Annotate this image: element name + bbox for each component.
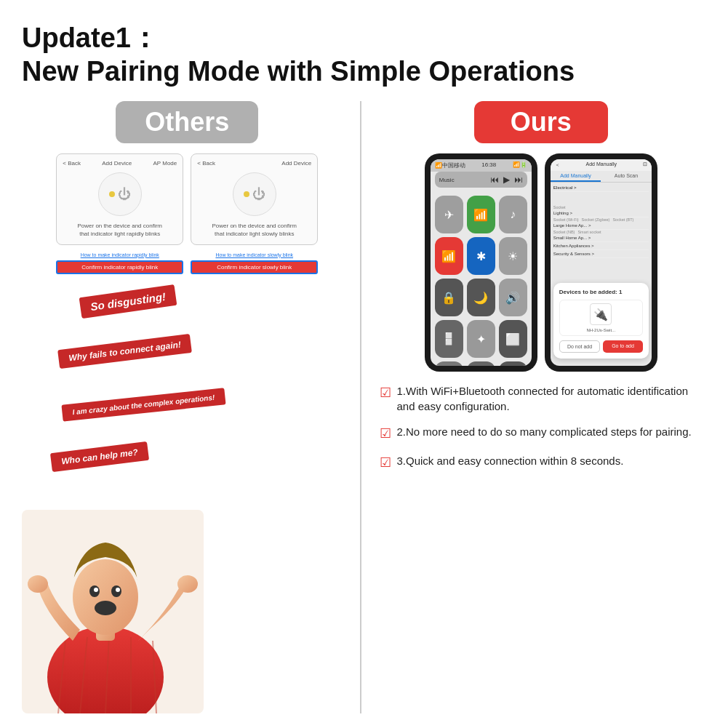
calc-btn[interactable]: 🔢 bbox=[499, 361, 527, 366]
power-icon-2: ⏻ bbox=[252, 187, 265, 202]
screen1-nav1: < Back bbox=[63, 160, 81, 167]
subcat-socket-bt[interactable]: Socket (BT) bbox=[612, 217, 633, 222]
extra-btn[interactable]: ⬜ bbox=[499, 320, 527, 358]
screen2-nav1: < Back bbox=[197, 160, 215, 167]
svg-point-8 bbox=[73, 559, 138, 635]
page: Update1： New Pairing Mode with Simple Op… bbox=[0, 0, 728, 728]
am-list: Electrical > Socket Lighting > Socket (W… bbox=[551, 183, 652, 260]
screen1-nav2: Add Device bbox=[102, 160, 132, 167]
subcat-smart-socket[interactable]: Smart socket bbox=[577, 230, 601, 234]
content-area: Others < Back Add Device AP Mode ⏻ Power… bbox=[22, 101, 706, 713]
btn-row: How to make indicator rapidly blink Conf… bbox=[22, 252, 353, 274]
am-cat-security[interactable]: Security & Sensors > bbox=[553, 250, 649, 258]
phone2-screen: ＜ Add Manually ⊡ Add Manually Auto Scan … bbox=[551, 159, 652, 366]
popup-device-name: 🔌 NH-2Us-Swit... bbox=[559, 300, 643, 336]
am-cat-small[interactable]: Small Home Ap... > bbox=[553, 234, 649, 242]
screen2-btn[interactable]: Confirm indicator slowly blink bbox=[191, 260, 318, 274]
am-status-bar: ＜ Add Manually ⊡ bbox=[551, 159, 652, 171]
am-scan-icon[interactable]: ⊡ bbox=[643, 161, 647, 169]
phone-control-center: 📶中国移动 16:38 📶🔋 Music ⏮ ▶ ⏭ bbox=[425, 153, 537, 372]
left-side: Others < Back Add Device AP Mode ⏻ Power… bbox=[22, 101, 353, 713]
brightness-btn[interactable]: ☀ bbox=[499, 237, 527, 275]
torch-btn[interactable]: 🔦 bbox=[435, 361, 463, 366]
device-circle-1: ⏻ bbox=[98, 172, 142, 216]
popup-device-icon: 🔌 bbox=[590, 303, 612, 325]
features-list: ☑ 1.With WiFi+Bluetooth connected for au… bbox=[376, 383, 707, 482]
popup-device-label: NH-2Us-Swit... bbox=[586, 328, 615, 332]
screen2-bottom: How to make indicator slowly blink Confi… bbox=[191, 252, 318, 274]
subcat-socket-wifi[interactable]: Socket (Wi-Fi) bbox=[553, 217, 579, 222]
am-tabs: Add Manually Auto Scan bbox=[551, 171, 652, 183]
svg-point-9 bbox=[95, 601, 116, 615]
screen2-caption: Power on the device and confirmthat indi… bbox=[197, 222, 311, 238]
frustrated-area: So disgusting! Why fails to connect agai… bbox=[22, 280, 353, 713]
feature-text-1: 1.With WiFi+Bluetooth connected for auto… bbox=[397, 383, 707, 414]
screen2-link[interactable]: How to make indicator slowly blink bbox=[191, 252, 318, 257]
title-text-2: New Pairing Mode with Simple Operations bbox=[22, 56, 575, 87]
am-cat-lighting[interactable]: Lighting > bbox=[553, 209, 649, 217]
cc-grid: ✈ 📶 ♪ 📶 ✱ ☀ 🔒 🌙 🔊 ⬜⬜ ✦ ⬜ 🔦 bbox=[431, 191, 532, 366]
cc-time: 📶中国移动 bbox=[435, 161, 465, 169]
popup-yes-btn[interactable]: Go to add bbox=[603, 340, 643, 353]
ours-label: Ours bbox=[474, 101, 608, 143]
check-icon-1: ☑ bbox=[380, 384, 391, 402]
screen1-link[interactable]: How to make indicator rapidly blink bbox=[56, 252, 183, 257]
header: Update1： New Pairing Mode with Simple Op… bbox=[22, 22, 706, 88]
subcat-socket-nb[interactable]: Socket (NB) bbox=[553, 230, 575, 234]
airplane-btn[interactable]: ✈ bbox=[435, 196, 463, 233]
popup-add-device: Devices to be added: 1 🔌 NH-2Us-Swit... … bbox=[553, 283, 649, 359]
wifi-btn[interactable]: 📶 bbox=[467, 196, 495, 233]
music-controls: ⏮ ▶ ⏭ bbox=[490, 175, 523, 185]
am-cat-electrical: Electrical > bbox=[553, 184, 649, 192]
music-label: Music bbox=[439, 177, 455, 183]
svg-point-13 bbox=[116, 588, 120, 592]
screen1-header: < Back Add Device AP Mode bbox=[63, 160, 177, 167]
woman-image bbox=[22, 510, 204, 713]
svg-point-12 bbox=[94, 588, 98, 592]
volume-btn[interactable]: 🔊 bbox=[499, 279, 527, 316]
dot-yellow-1 bbox=[109, 191, 115, 197]
am-cat-kitchen[interactable]: Kitchen Appliances > bbox=[553, 242, 649, 250]
bubble3: I am crazy about the complex operations! bbox=[61, 388, 225, 421]
am-back[interactable]: ＜ bbox=[555, 161, 560, 169]
check-icon-2: ☑ bbox=[380, 425, 391, 443]
bluetooth-btn[interactable]: ✱ bbox=[467, 237, 495, 275]
screen2-nav2: Add Device bbox=[281, 160, 311, 167]
moon-btn[interactable]: 🌙 bbox=[467, 279, 495, 316]
vertical-divider bbox=[360, 101, 361, 713]
am-title: Add Manually bbox=[586, 161, 617, 169]
prev-icon[interactable]: ⏮ bbox=[490, 175, 499, 185]
brightness2-btn[interactable]: ✦ bbox=[467, 320, 495, 358]
others-label: Others bbox=[116, 101, 258, 143]
music-icon-btn[interactable]: ♪ bbox=[499, 196, 527, 233]
tab-add-manually[interactable]: Add Manually bbox=[551, 171, 601, 182]
screen-box-2: < Back Add Device ⏻ Power on the device … bbox=[191, 153, 318, 244]
svg-point-14 bbox=[28, 575, 48, 593]
next-icon[interactable]: ⏭ bbox=[514, 175, 523, 185]
screen1-caption: Power on the device and confirmthat indi… bbox=[63, 222, 177, 238]
play-icon[interactable]: ▶ bbox=[503, 175, 510, 185]
subcat-socket-zigbee[interactable]: Socket (Zigbee) bbox=[582, 217, 610, 222]
screen-box-1: < Back Add Device AP Mode ⏻ Power on the… bbox=[56, 153, 183, 244]
power-icon-1: ⏻ bbox=[118, 187, 131, 202]
popup-no-btn[interactable]: Do not add bbox=[559, 340, 601, 353]
popup-title: Devices to be added: 1 bbox=[559, 289, 643, 295]
tab-auto-scan[interactable]: Auto Scan bbox=[601, 171, 652, 182]
am-cat-large[interactable]: Large Home Ap... > bbox=[553, 222, 649, 230]
lock-btn[interactable]: 🔒 bbox=[435, 279, 463, 316]
subcat-socket[interactable]: Socket bbox=[553, 205, 566, 209]
screen-mirror-btn[interactable]: ⬜⬜ bbox=[435, 320, 463, 358]
feature-2: ☑ 2.No more need to do so many complicat… bbox=[380, 424, 707, 443]
screen2-header: < Back Add Device bbox=[197, 160, 311, 167]
screen1-bottom: How to make indicator rapidly blink Conf… bbox=[56, 252, 183, 274]
screen1-btn[interactable]: Confirm indicator rapidly blink bbox=[56, 260, 183, 274]
wifi-btn2[interactable]: 📶 bbox=[435, 237, 463, 275]
popup-buttons: Do not add Go to add bbox=[559, 340, 643, 353]
phone1-screen: 📶中国移动 16:38 📶🔋 Music ⏮ ▶ ⏭ bbox=[431, 159, 532, 366]
others-screens: < Back Add Device AP Mode ⏻ Power on the… bbox=[22, 153, 353, 244]
bubble2: Why fails to connect again! bbox=[57, 333, 192, 368]
feature-text-2: 2.No more need to do so many complicated… bbox=[397, 424, 692, 439]
timer-btn[interactable]: ⏱ bbox=[467, 361, 495, 366]
dot-yellow-2 bbox=[244, 191, 249, 197]
device-circle-2: ⏻ bbox=[233, 172, 276, 216]
